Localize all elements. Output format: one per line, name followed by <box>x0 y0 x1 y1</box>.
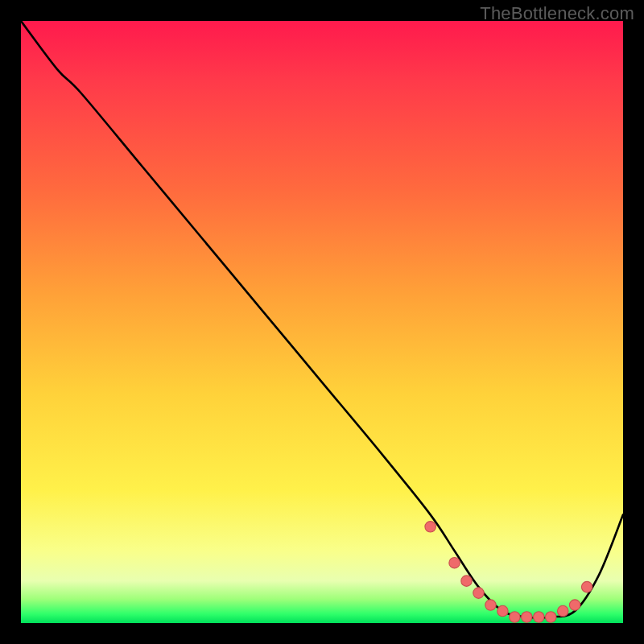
chart-frame: TheBottleneck.com <box>0 0 644 644</box>
plot-gradient-background <box>21 21 623 623</box>
watermark-text: TheBottleneck.com <box>480 3 634 24</box>
